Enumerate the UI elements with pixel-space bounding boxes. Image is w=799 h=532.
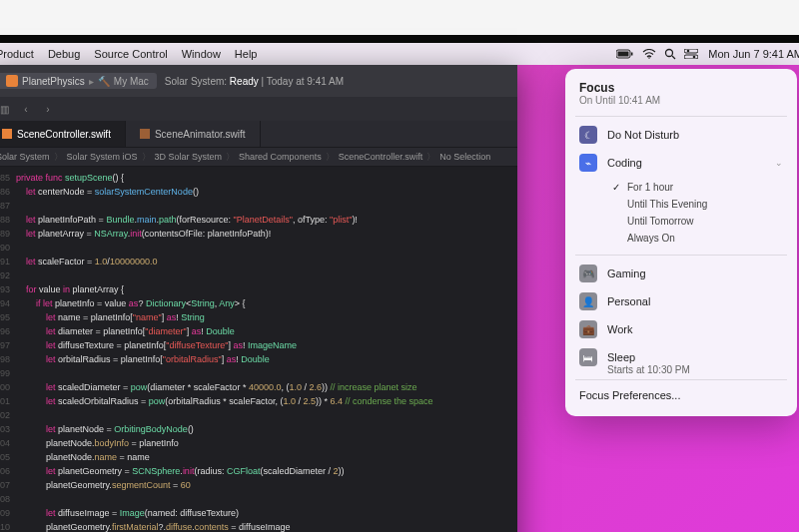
focus-mode-gaming[interactable]: 🎮 Gaming: [565, 260, 797, 287]
menu-item[interactable]: Window: [182, 48, 221, 60]
search-icon[interactable]: [664, 48, 676, 60]
focus-mode-sleep[interactable]: 🛏 Sleep: [565, 343, 797, 366]
focus-option[interactable]: Until This Evening: [603, 196, 797, 213]
chevron-down-icon: ⌄: [775, 158, 783, 168]
svg-rect-6: [684, 49, 698, 53]
code-icon: ⌁: [579, 154, 597, 172]
battery-icon[interactable]: [616, 49, 634, 59]
focus-preferences[interactable]: Focus Preferences...: [565, 384, 797, 406]
svg-rect-7: [684, 55, 698, 59]
tab-scenecontroller[interactable]: SceneController.swift: [0, 121, 126, 147]
menu-item[interactable]: Debug: [48, 48, 80, 60]
menubar-app-menus: Product Debug Source Control Window Help: [0, 48, 257, 60]
focus-option[interactable]: Always On: [603, 230, 797, 247]
focus-mode-work[interactable]: 💼 Work: [565, 315, 797, 343]
menubar-datetime[interactable]: Mon Jun 7 9:41 AM: [708, 48, 799, 60]
svg-rect-1: [618, 52, 629, 57]
editor-tabs: SceneController.swift SceneAnimator.swif…: [0, 121, 517, 147]
swift-file-icon: [2, 129, 12, 139]
line-gutter: 8586878889909192939495969798991001011021…: [0, 167, 16, 532]
app-icon: [6, 75, 18, 87]
svg-point-3: [648, 57, 650, 59]
focus-panel: Focus On Until 10:41 AM ☾ Do Not Disturb…: [565, 69, 797, 416]
svg-point-4: [666, 50, 673, 57]
menu-item[interactable]: Product: [0, 48, 34, 60]
svg-line-5: [672, 56, 675, 59]
swift-file-icon: [140, 129, 150, 139]
moon-icon: ☾: [579, 126, 597, 144]
tab-sceneanimator[interactable]: SceneAnimator.swift: [126, 121, 261, 147]
menu-item[interactable]: Source Control: [94, 48, 167, 60]
code-editor[interactable]: 8586878889909192939495969798991001011021…: [0, 167, 517, 532]
activity-status: Solar System: Ready | Today at 9:41 AM: [165, 76, 344, 87]
focus-option[interactable]: Until Tomorrow: [603, 213, 797, 230]
focus-coding-options: ✓For 1 hour Until This Evening Until Tom…: [565, 177, 797, 251]
code-content[interactable]: private func setupScene() { let centerNo…: [16, 167, 517, 532]
focus-subtitle: On Until 10:41 AM: [579, 95, 783, 106]
control-center-icon[interactable]: [684, 49, 698, 59]
xcode-titlebar: PlanetPhysics ▸ 🔨 My Mac Solar System: R…: [0, 65, 517, 97]
menu-item[interactable]: Help: [235, 48, 258, 60]
focus-mode-dnd[interactable]: ☾ Do Not Disturb: [565, 121, 797, 149]
focus-option[interactable]: ✓For 1 hour: [603, 179, 797, 196]
back-icon[interactable]: ‹: [16, 100, 36, 118]
scheme-selector[interactable]: PlanetPhysics ▸ 🔨 My Mac: [0, 73, 157, 89]
svg-point-9: [693, 56, 696, 59]
macos-menubar: Product Debug Source Control Window Help…: [0, 43, 799, 65]
svg-rect-2: [631, 53, 633, 56]
xcode-window: PlanetPhysics ▸ 🔨 My Mac Solar System: R…: [0, 65, 517, 532]
focus-sleep-subtitle: Starts at 10:30 PM: [565, 364, 797, 375]
briefcase-icon: 💼: [579, 320, 597, 338]
editor-toolbar: ▥ ‹ ›: [0, 97, 517, 121]
bed-icon: 🛏: [579, 348, 597, 366]
wifi-icon[interactable]: [642, 49, 656, 59]
svg-point-8: [687, 50, 690, 53]
gamepad-icon: 🎮: [579, 265, 597, 282]
focus-mode-coding[interactable]: ⌁ Coding ⌄: [565, 149, 797, 177]
focus-mode-personal[interactable]: 👤 Personal: [565, 287, 797, 315]
jump-bar[interactable]: Solar System〉 Solar System iOS〉 3D Solar…: [0, 147, 517, 167]
forward-icon[interactable]: ›: [38, 100, 58, 118]
person-icon: 👤: [579, 292, 597, 310]
focus-title: Focus: [579, 81, 783, 95]
hammer-icon: 🔨: [98, 76, 110, 87]
sidebar-toggle-icon[interactable]: ▥: [0, 100, 14, 118]
